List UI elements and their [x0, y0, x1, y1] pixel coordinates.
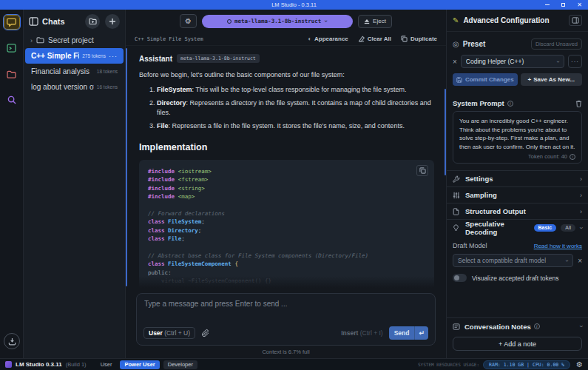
attach-file-button[interactable]	[201, 329, 209, 337]
code-line: class Directory;	[148, 226, 425, 235]
close-icon[interactable]: ✕	[577, 2, 582, 8]
section-structured-output[interactable]: Structured Output ›	[447, 203, 588, 219]
visualize-tokens-toggle[interactable]	[453, 274, 467, 282]
assistant-list-item: File: Represents a file in the file syst…	[157, 121, 434, 131]
chevron-down-icon: ›	[322, 19, 329, 23]
folder-icon	[36, 37, 44, 44]
model-header: ⚙ meta-llama-3.1-8b-instruct › Eject	[126, 10, 446, 33]
clear-preset-icon[interactable]: ×	[453, 58, 457, 66]
settings-gear-icon[interactable]: ⚙	[576, 360, 583, 369]
assistant-message-header: Assistant meta-llama-3.1-8b-instruct	[139, 54, 434, 63]
list-term: File	[157, 122, 169, 130]
code-line: // Abstract base class for File System c…	[148, 252, 425, 260]
draft-model-dropdown[interactable]: Select a compatible draft model ›	[453, 254, 573, 267]
info-icon: i	[534, 323, 540, 329]
commit-changes-button[interactable]: Commit Changes	[453, 73, 518, 86]
return-icon: ↵	[415, 329, 428, 337]
sidebar-folder-secret-project[interactable]: › Secret project	[24, 33, 125, 48]
save-as-new-button[interactable]: + Save As New...	[521, 73, 582, 86]
chevron-down-icon: ›	[578, 226, 585, 229]
collapse-panel-button[interactable]	[569, 15, 582, 26]
spec-decoding-all-toggle[interactable]: All	[561, 224, 575, 232]
mode-developer-button[interactable]: Developer	[163, 360, 197, 369]
preset-label: Preset	[463, 40, 527, 48]
conversation-notes-label: Conversation Notes	[464, 323, 531, 331]
panel-header: ✎ Advanced Configuration	[447, 10, 588, 32]
system-prompt-row: System Prompt i	[447, 93, 588, 111]
model-settings-gear-button[interactable]: ⚙	[180, 14, 197, 28]
insert-label: Insert	[341, 329, 358, 337]
chevron-right-icon: ›	[580, 175, 582, 183]
send-button[interactable]: Send ↵	[389, 326, 428, 340]
downloads-button[interactable]	[4, 333, 20, 349]
section-settings[interactable]: Settings ›	[447, 170, 588, 186]
duplicate-button[interactable]: Duplicate	[401, 36, 437, 42]
preset-more-button[interactable]: ···	[568, 55, 582, 68]
download-icon	[8, 337, 16, 346]
scrollbar-thumb-right[interactable]	[445, 89, 446, 175]
minimize-icon[interactable]	[545, 4, 550, 5]
chevron-down-icon: ›	[555, 61, 561, 63]
insert-button[interactable]: Insert (Ctrl + I)	[341, 329, 382, 337]
info-icon: i	[570, 154, 575, 160]
clear-draft-icon[interactable]: ×	[578, 257, 582, 265]
new-folder-button[interactable]	[85, 14, 100, 29]
clear-all-label: Clear All	[368, 36, 391, 42]
nav-developer-tab[interactable]	[4, 41, 20, 56]
resources-usage-pill[interactable]: RAM: 1.10 GB | CPU: 0.00 %	[483, 360, 570, 369]
section-speculative-decoding[interactable]: Speculative Decoding Basic All ›	[447, 219, 588, 235]
chat-list-item-selected[interactable]: C++ Simple File System 275 tokens ···	[25, 48, 124, 64]
assistant-list-item: Directory: Represents a directory in the…	[157, 98, 434, 118]
role-label: User	[149, 329, 163, 337]
lightbulb-icon	[453, 224, 461, 232]
eject-model-button[interactable]: Eject	[358, 15, 392, 28]
nav-my-models-tab[interactable]	[4, 67, 20, 81]
code-line: #include <map>	[148, 192, 425, 201]
maximize-icon[interactable]	[561, 3, 565, 7]
lmstudio-logo-icon	[5, 361, 12, 368]
copy-code-button[interactable]	[416, 165, 428, 176]
mode-user-button[interactable]: User	[96, 360, 117, 369]
window-controls: ✕	[545, 0, 582, 10]
role-selector-button[interactable]: User (Ctrl + U)	[143, 327, 195, 339]
new-chat-button[interactable]	[105, 14, 120, 29]
toggle-knob	[454, 275, 459, 280]
wrench-icon	[453, 175, 461, 183]
list-term: FileSystem	[157, 86, 192, 93]
read-how-it-works-link[interactable]: Read how it works	[534, 243, 582, 249]
chevron-down-icon: ›	[578, 326, 585, 328]
chat-list-item[interactable]: log about version of ... 16 tokens	[25, 79, 124, 95]
scrollbar-thumb-left[interactable]	[126, 48, 127, 286]
code-block: #include <iostream>#include <fstream>#in…	[139, 160, 434, 288]
composer-toolbar: User (Ctrl + U) Insert (Ctrl + I) Send	[143, 326, 428, 340]
mode-power-user-button[interactable]: Power User	[120, 360, 159, 369]
chat-menu-icon[interactable]: ···	[109, 53, 118, 60]
list-desc: : Represents a file in the file system. …	[169, 122, 405, 130]
chat-name: C++ Simple File System	[31, 52, 79, 60]
system-prompt-editor[interactable]: You are an incredibly good C++ engineer.…	[453, 111, 582, 164]
nav-chat-tab[interactable]	[4, 15, 20, 30]
chevron-right-icon: ›	[580, 208, 582, 215]
discard-unsaved-button[interactable]: Discard Unsaved	[531, 38, 582, 50]
chat-title: C++ Simple File System	[135, 36, 298, 42]
preset-dropdown[interactable]: Coding Helper (C++) ›	[461, 55, 564, 68]
chat-list-item[interactable]: Financial analysis 18 tokens	[25, 64, 124, 79]
nav-discover-tab[interactable]	[4, 92, 20, 107]
pill-divider: |	[527, 362, 530, 368]
add-note-button[interactable]: + Add a note	[453, 337, 582, 351]
delete-prompt-button[interactable]	[575, 100, 582, 107]
lm-studio-window: LM Studio - 0.3.11 ✕	[0, 0, 588, 370]
loaded-model-selector[interactable]: meta-llama-3.1-8b-instruct ›	[202, 15, 353, 28]
appearance-button[interactable]: ◐ Appearance	[308, 36, 348, 42]
cpu-usage: CPU: 0.00 %	[533, 362, 564, 368]
conversation-notes-header[interactable]: Conversation Notes i ›	[447, 317, 588, 334]
code-content: #include <iostream>#include <fstream>#in…	[148, 167, 425, 286]
spec-decoding-basic-toggle[interactable]: Basic	[534, 224, 557, 232]
save-as-new-label: Save As New...	[533, 76, 575, 83]
plus-icon: +	[528, 76, 532, 83]
clear-all-button[interactable]: Clear All	[358, 36, 391, 42]
chat-token-count: 16 tokens	[97, 84, 118, 90]
message-input[interactable]	[144, 300, 428, 319]
section-sampling[interactable]: Sampling ›	[447, 186, 588, 203]
message-composer[interactable]: User (Ctrl + U) Insert (Ctrl + I) Send	[136, 293, 436, 346]
